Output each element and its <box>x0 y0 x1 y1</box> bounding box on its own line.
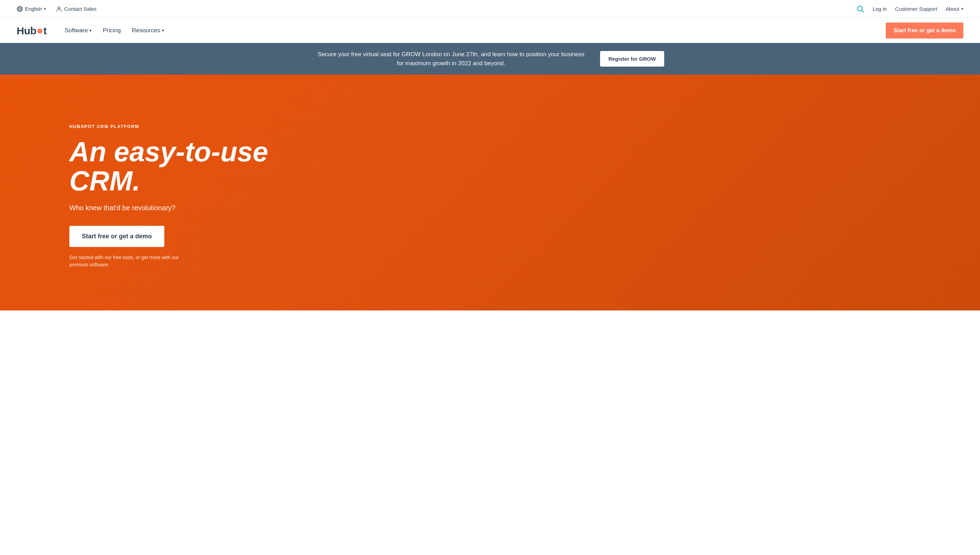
hubspot-logo[interactable]: Hub●t <box>17 24 46 37</box>
software-label: Software <box>64 27 88 34</box>
hero-eyebrow: HUBSPOT CRM PLATFORM <box>69 124 911 129</box>
nav-cta-button[interactable]: Start free or get a demo <box>886 22 963 38</box>
hero-subheadline: Who knew that'd be revolutionary? <box>69 204 911 212</box>
login-link[interactable]: Log in <box>873 6 887 12</box>
utility-right: Log in Customer Support About ▾ <box>857 5 963 13</box>
banner-cta-button[interactable]: Register for GROW <box>600 51 664 67</box>
utility-left: English ▾ Contact Sales <box>17 6 97 12</box>
hero-headline: An easy-to-use CRM. <box>69 137 312 196</box>
contact-sales-link[interactable]: Contact Sales <box>56 6 96 12</box>
pricing-label: Pricing <box>102 27 121 34</box>
person-icon <box>56 6 62 12</box>
software-chevron: ▾ <box>90 28 91 33</box>
search-button[interactable] <box>857 5 864 13</box>
about-label: About <box>946 6 959 12</box>
hero-cta-button[interactable]: Start free or get a demo <box>69 226 164 247</box>
nav-items: Software ▾ Pricing Resources ▾ <box>60 24 168 37</box>
language-selector[interactable]: English ▾ <box>17 6 46 12</box>
utility-bar: English ▾ Contact Sales Log in Customer … <box>0 0 980 18</box>
nav-left: Hub●t Software ▾ Pricing Resources ▾ <box>17 24 168 37</box>
nav-item-software[interactable]: Software ▾ <box>60 24 96 37</box>
resources-chevron: ▾ <box>162 28 164 33</box>
nav-item-pricing[interactable]: Pricing <box>98 24 125 37</box>
hero-disclaimer: Get started with our free tools, or get … <box>69 254 180 268</box>
banner-text: Secure your free virtual seat for GROW L… <box>316 50 586 67</box>
language-chevron: ▾ <box>44 6 46 11</box>
about-menu[interactable]: About ▾ <box>946 6 963 12</box>
svg-line-7 <box>862 10 864 12</box>
hero-section: HUBSPOT CRM PLATFORM An easy-to-use CRM.… <box>0 75 980 310</box>
globe-icon <box>17 6 23 12</box>
contact-sales-label: Contact Sales <box>64 6 96 12</box>
customer-support-link[interactable]: Customer Support <box>895 6 937 12</box>
logo-text: Hub●t <box>17 24 46 37</box>
about-chevron: ▾ <box>961 6 963 11</box>
nav-item-resources[interactable]: Resources ▾ <box>128 24 168 37</box>
resources-label: Resources <box>132 27 160 34</box>
language-label: English <box>25 6 42 12</box>
svg-point-5 <box>58 6 60 9</box>
announcement-banner: Secure your free virtual seat for GROW L… <box>0 43 980 75</box>
main-nav: Hub●t Software ▾ Pricing Resources ▾ Sta… <box>0 18 980 43</box>
search-icon <box>857 5 864 13</box>
